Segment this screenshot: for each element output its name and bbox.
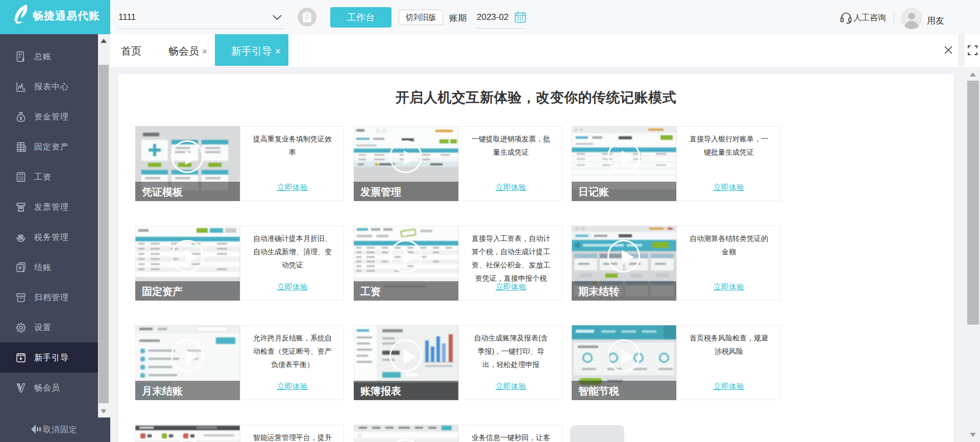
svg-text:税: 税 bbox=[17, 233, 24, 240]
svg-text:¥: ¥ bbox=[22, 57, 24, 62]
